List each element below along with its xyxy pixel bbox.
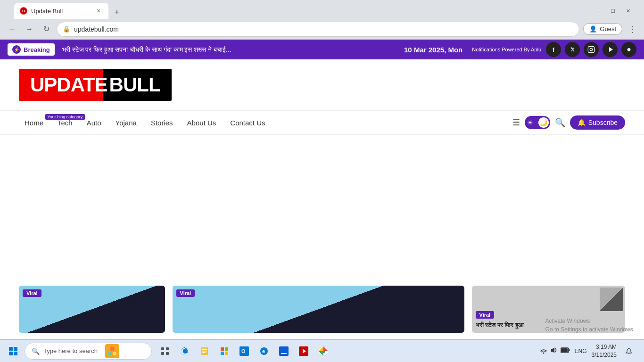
svg-rect-17 [202,352,206,353]
svg-point-9 [113,352,116,355]
nav-contact-us[interactable]: Contact Us [224,115,271,131]
svg-rect-2 [588,46,594,52]
nav-yojana[interactable]: Yojana [110,115,142,131]
svg-rect-37 [569,349,570,351]
svg-marker-5 [609,47,613,52]
url-lock-icon: 🔒 [63,25,70,33]
viral-badge-1: Viral [23,289,41,297]
hamburger-icon[interactable]: ☰ [512,117,520,128]
address-bar-row: ← → ↻ 🔒 updatebull.com 👤 Guest ⋮ [0,19,644,40]
reload-button[interactable]: ↻ [40,23,53,36]
youtube-icon[interactable] [603,42,618,57]
taskbar-clock[interactable]: 3:19 AM 3/11/2025 [592,343,617,359]
svg-rect-12 [161,352,164,355]
svg-rect-21 [225,352,228,355]
site-logo[interactable]: UPDATEBULL [19,69,172,101]
taskbar-edge2-icon[interactable]: e [255,342,273,361]
taskbar-microsoft-icon[interactable] [215,342,234,361]
svg-point-7 [110,346,115,351]
svg-rect-20 [221,352,224,355]
main-content [0,135,644,276]
svg-rect-26 [279,346,289,356]
network-icon[interactable] [540,346,547,355]
logo-update-text: UPDATE [30,74,107,96]
website-content: ⚡ Breaking भरी स्टेज पर फिर हुआ सपना चौध… [0,40,644,333]
facebook-icon[interactable]: f [546,42,561,57]
instagram-icon[interactable] [584,42,599,57]
nav-home[interactable]: Home [19,115,49,131]
breaking-icon: ⚡ [12,45,21,54]
windows-icon [9,347,17,355]
svg-text:O: O [241,348,246,354]
taskbar-sys-icons [540,346,570,355]
taskbar-date: 3/11/2025 [592,351,617,359]
tab-title: Update Bull [31,8,91,15]
nav-tech[interactable]: Your blog category Tech [52,115,78,131]
breaking-text: भरी स्टेज पर फिर हुआ सपना चौधरी के साथ ग… [62,46,404,54]
nav-right: ☰ ☀ 🌙 🔍 🔔 Subscribe [512,115,625,130]
nav-bar: Home Your blog category Tech Auto Yojana… [0,110,644,135]
viral-badge-2: Viral [176,289,195,297]
maximize-button[interactable]: ☐ [609,7,617,15]
taskbar-search-placeholder: Type here to search [43,347,98,354]
article-card-1[interactable]: Viral [19,286,165,333]
notification-button[interactable] [621,344,636,359]
svg-rect-13 [166,352,169,355]
moon-icon: 🌙 [538,117,549,128]
extra-social-icon[interactable]: ● [621,42,636,57]
svg-rect-28 [281,353,287,354]
card-image-2 [173,286,464,333]
svg-point-8 [108,352,112,355]
guest-label: Guest [600,25,616,33]
sun-icon: ☀ [527,119,533,126]
breaking-date: 10 Mar 2025, Mon [404,46,462,54]
language-indicator: ENG [575,348,587,354]
taskbar-chrome-icon[interactable] [314,342,333,361]
guest-profile-button[interactable]: 👤 Guest [583,23,622,35]
article-card-3[interactable]: Viral भरी स्टेज पर फिर हुआ [472,286,626,333]
back-button[interactable]: ← [6,23,19,36]
address-input[interactable]: 🔒 updatebull.com [57,22,579,37]
forward-button[interactable]: → [23,23,36,36]
guest-icon: 👤 [589,25,597,33]
taskbar-edge-icon[interactable] [175,342,194,361]
theme-toggle[interactable]: ☀ 🌙 [525,116,550,129]
taskbar: 🔍 Type here to search [0,339,644,362]
notifications-label: Notifications Powered By Aplu [472,47,541,52]
taskbar-download-icon[interactable] [274,342,293,361]
social-icons-bar: f 𝕏 ● [546,42,636,57]
taskbar-media-icon[interactable] [294,342,313,361]
nav-links: Home Your blog category Tech Auto Yojana… [19,115,271,131]
browser-menu-button[interactable]: ⋮ [626,22,638,36]
browser-chrome: U Update Bull × + ─ ☐ ✕ ← → ↻ 🔒 updatebu… [0,0,644,40]
svg-text:e: e [262,348,265,354]
minimize-button[interactable]: ─ [594,7,602,15]
close-window-button[interactable]: ✕ [624,7,632,15]
active-tab[interactable]: U Update Bull × [14,3,108,19]
taskbar-file-icon[interactable] [195,342,214,361]
nav-about-us[interactable]: About Us [182,115,222,131]
article-card-2[interactable]: Viral [173,286,464,333]
search-icon[interactable]: 🔍 [555,117,565,128]
taskbar-outlook-icon[interactable]: O [235,342,254,361]
taskbar-task-view[interactable] [156,342,174,361]
new-tab-button[interactable]: + [110,6,124,19]
taskbar-search[interactable]: 🔍 Type here to search [25,343,152,360]
svg-rect-15 [202,349,207,350]
breaking-label: ⚡ Breaking [8,43,55,56]
bell-icon: 🔔 [578,119,586,126]
article-cards: Viral Viral Viral भरी स्टेज पर फिर हुआ [0,286,644,333]
twitter-icon[interactable]: 𝕏 [565,42,580,57]
nav-stories[interactable]: Stories [145,115,179,131]
svg-text:U: U [22,9,25,13]
logo-bull-text: BULL [107,74,160,96]
logo-area: UPDATEBULL [0,59,644,110]
tab-bar: U Update Bull × + [9,3,128,19]
nav-auto[interactable]: Auto [81,115,107,131]
close-tab-button[interactable]: × [94,7,103,15]
start-button[interactable] [4,342,23,361]
svg-point-3 [590,48,592,50]
svg-rect-16 [202,351,207,352]
subscribe-button[interactable]: 🔔 Subscribe [570,115,625,130]
volume-icon[interactable] [550,346,558,355]
